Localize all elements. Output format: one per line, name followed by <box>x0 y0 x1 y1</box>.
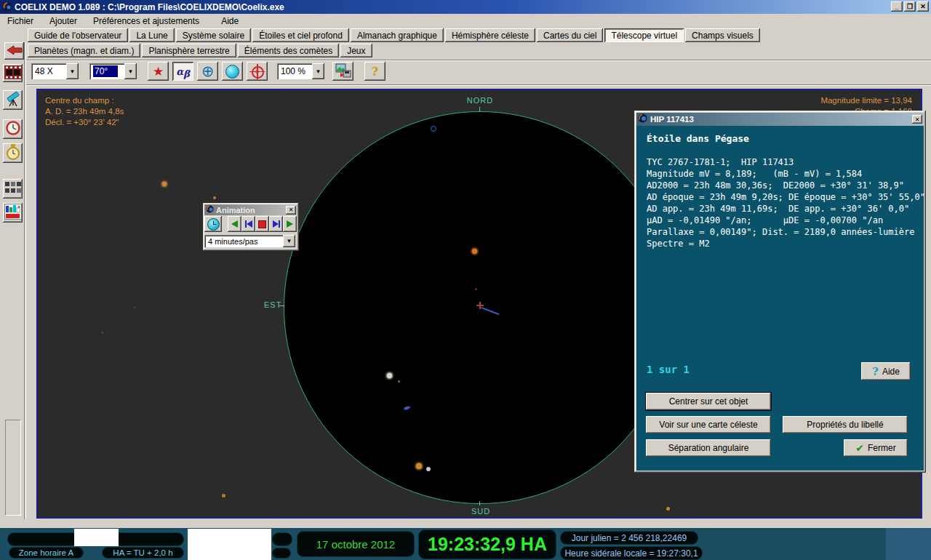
histogram-button[interactable]: + <box>3 203 23 223</box>
animation-window[interactable]: Animation ✕ 4 minutes/pas ▼ <box>203 203 299 251</box>
field-center-info: Centre du champ : A. D. = 23h 49m 4,8s D… <box>45 95 124 128</box>
menu-preferences[interactable]: Préférences et ajustements <box>92 15 201 28</box>
stop-button[interactable] <box>255 216 269 232</box>
sky-object <box>403 406 410 411</box>
tab-etoiles-ciel-profond[interactable]: Étoiles et ciel profond <box>252 28 349 42</box>
view-on-map-button[interactable]: Voir sur une carte céleste <box>646 416 771 433</box>
tab-la-lune[interactable]: La Lune <box>129 28 174 42</box>
step-backward-button[interactable] <box>241 216 255 232</box>
field-combo[interactable]: 70° ▼ <box>89 63 137 79</box>
chevron-down-icon[interactable]: ▼ <box>124 63 137 79</box>
vertical-slider[interactable] <box>5 420 21 516</box>
ha-offset-pill: HA = TU + 2,0 h <box>102 547 184 559</box>
play-forward-icon <box>287 220 293 228</box>
data-line: TYC 2767-1781-1; HIP 117413 <box>647 156 925 168</box>
data-line: Parallaxe = 0,00149"; Dist. = 2189,0 ann… <box>647 226 925 238</box>
play-forward-button[interactable] <box>283 216 297 232</box>
tab-champs-visuels[interactable]: Champs visuels <box>685 28 760 42</box>
target-button[interactable] <box>247 62 268 81</box>
compass-south-label: SUD <box>470 507 492 516</box>
timezone-pill: Zone horaire A <box>9 547 84 559</box>
animation-title-bar[interactable]: Animation ✕ <box>204 204 297 215</box>
coelix-app: COELIX DEMO 1.089 : C:\Program Files\COE… <box>0 0 931 560</box>
ha-offset-label: HA = TU + 2,0 h <box>113 548 172 557</box>
animation-speed-combo[interactable]: 4 minutes/pas ▼ <box>204 235 295 247</box>
magnification-combo[interactable]: 48 X ▼ <box>31 63 79 79</box>
save-image-button[interactable] <box>332 62 353 81</box>
julian-day-pill: Jour julien = 2 456 218,22469 <box>560 531 698 545</box>
center-on-object-button[interactable]: Centrer sur cet objet <box>646 393 771 410</box>
stop-icon <box>258 220 266 228</box>
aide-button-label: Aide <box>882 367 900 377</box>
watch-icon <box>6 143 20 163</box>
angular-separation-button[interactable]: Séparation angulaire <box>646 439 771 457</box>
close-button[interactable]: ✕ <box>917 1 929 12</box>
panels-button[interactable] <box>3 179 23 199</box>
telescope-button[interactable] <box>3 90 23 110</box>
sky-object <box>426 467 431 471</box>
sidereal-time-value: Heure sidérale locale = 19:27:30,1 <box>564 548 698 559</box>
animation-speed-value: 4 minutes/pas <box>204 235 283 247</box>
help-button[interactable]: ? <box>364 62 385 81</box>
watch-button[interactable] <box>3 143 23 163</box>
tab-elements-cometes[interactable]: Éléments des comètes <box>238 44 339 57</box>
zoom-combo[interactable]: 100 % ▼ <box>277 63 324 79</box>
animation-controls: 4 minutes/pas ▼ <box>204 216 297 247</box>
toolbar: 48 X ▼ 70° ▼ ★ αβ ⊕ 100 % <box>0 61 931 84</box>
data-line: AD époque = 23h 49m 9,20s; DE époque = +… <box>647 191 925 203</box>
back-button[interactable] <box>4 42 24 60</box>
cyan-sphere-icon <box>225 65 239 79</box>
south-tick <box>479 501 480 505</box>
step-forward-button[interactable] <box>269 216 283 232</box>
sky-object <box>416 463 422 469</box>
hip-dialog-title-bar[interactable]: HIP 117413 ✕ <box>636 113 924 126</box>
tab-guide-observateur[interactable]: Guide de l'observateur <box>28 28 128 42</box>
aide-button[interactable]: ? Aide <box>861 362 911 380</box>
star-tool-button[interactable]: ★ <box>148 62 169 81</box>
status-pill-stub <box>272 532 292 546</box>
sphere-button[interactable] <box>222 62 243 81</box>
fermer-button[interactable]: ✔ Fermer <box>844 439 908 457</box>
result-count: 1 sur 1 <box>647 364 690 375</box>
sidereal-time-pill: Heure sidérale locale = 19:27:30,1 <box>560 546 703 560</box>
tab-almanach-graphique[interactable]: Almanach graphique <box>351 28 444 42</box>
tab-row-2: Planètes (magn. et diam.) Planisphère te… <box>28 44 372 57</box>
tab-telescope-virtuel[interactable]: Télescope virtuel <box>604 28 684 42</box>
animation-close-icon[interactable]: ✕ <box>286 206 296 215</box>
tab-cartes-du-ciel[interactable]: Cartes du ciel <box>537 28 603 42</box>
hip-dialog-body: Étoile dans Pégase TYC 2767-1781-1; HIP … <box>636 126 924 471</box>
animation-window-icon <box>206 205 214 215</box>
svg-text:+: + <box>17 204 20 209</box>
magnification-value: 48 X <box>31 63 66 79</box>
current-date: 17 octobre 2012 <box>316 538 395 551</box>
labels-alphabeta-button[interactable]: αβ <box>172 62 193 81</box>
tab-systeme-solaire[interactable]: Système solaire <box>176 28 251 42</box>
chevron-down-icon[interactable]: ▼ <box>66 63 79 79</box>
hip-dialog[interactable]: HIP 117413 ✕ Étoile dans Pégase TYC 2767… <box>634 111 926 473</box>
clock-button[interactable] <box>3 119 23 139</box>
menu-aide[interactable]: Aide <box>220 15 240 28</box>
menu-ajouter[interactable]: Ajouter <box>48 15 79 28</box>
angular-separation-label: Séparation angulaire <box>668 443 749 453</box>
panels-icon <box>4 180 22 197</box>
hip-dialog-close-icon[interactable]: ✕ <box>912 115 922 124</box>
menu-fichier[interactable]: Fichier <box>6 15 35 28</box>
animation-tool-button[interactable] <box>3 64 23 82</box>
label-properties-label: Propriétés du libellé <box>807 420 883 430</box>
tab-jeux[interactable]: Jeux <box>340 44 372 57</box>
crosshair-circle-button[interactable]: ⊕ <box>197 62 218 81</box>
play-backward-icon <box>231 220 238 228</box>
tab-hemisphere-celeste[interactable]: Hémisphère céleste <box>445 28 535 42</box>
tab-planisphere-terrestre[interactable]: Planisphère terrestre <box>142 44 236 57</box>
tab-planetes[interactable]: Planètes (magn. et diam.) <box>28 44 140 57</box>
animation-clock-button[interactable] <box>204 216 222 232</box>
chevron-down-icon[interactable]: ▼ <box>312 63 324 79</box>
play-backward-button[interactable] <box>228 216 241 232</box>
label-properties-button[interactable]: Propriétés du libellé <box>783 416 908 433</box>
sky-object <box>134 307 135 308</box>
status-bar-right-panel <box>886 528 931 560</box>
sky-object <box>472 249 477 254</box>
chevron-down-icon[interactable]: ▼ <box>283 235 295 247</box>
restore-button[interactable]: ❐ <box>904 1 916 12</box>
minimize-button[interactable]: _ <box>891 1 903 12</box>
